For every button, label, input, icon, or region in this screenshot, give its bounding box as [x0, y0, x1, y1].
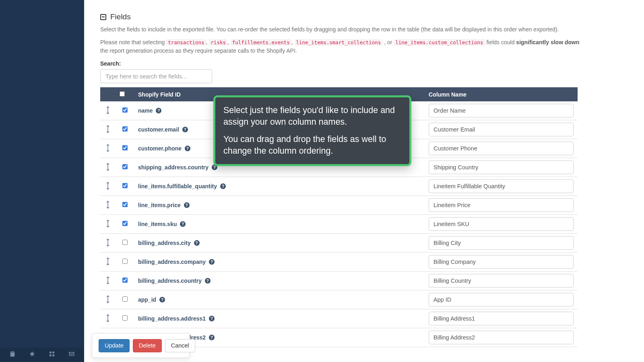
- grid-icon[interactable]: [49, 351, 55, 359]
- field-id: billing_address.country ?: [134, 272, 425, 290]
- warn-mid: fields could: [486, 39, 516, 45]
- row-checkbox[interactable]: [122, 164, 128, 169]
- warn-or: , or: [384, 39, 394, 45]
- drag-handle-icon[interactable]: [100, 215, 116, 234]
- row-checkbox[interactable]: [122, 315, 128, 321]
- field-id-text: line_items.fulfillable_quantity: [138, 183, 217, 189]
- column-name-input[interactable]: [429, 142, 574, 155]
- drag-handle-icon[interactable]: [100, 158, 116, 177]
- help-icon[interactable]: ?: [220, 183, 226, 189]
- field-id: line_items.fulfillable_quantity ?: [134, 177, 425, 196]
- code-custom-collections: line_items.custom_collections: [394, 39, 485, 46]
- help-icon[interactable]: ?: [209, 316, 215, 321]
- drag-handle-icon[interactable]: [100, 120, 116, 139]
- cancel-button[interactable]: Cancel: [165, 339, 195, 352]
- column-name-input[interactable]: [429, 198, 574, 212]
- field-id: billing_address.company ?: [134, 253, 425, 272]
- field-id: line_items.sku ?: [134, 215, 425, 234]
- help-icon[interactable]: ?: [209, 259, 215, 265]
- star-icon[interactable]: [29, 351, 35, 359]
- field-id-text: billing_address.city: [138, 240, 191, 246]
- field-id-text: billing_address.address1: [138, 315, 206, 322]
- tour-tooltip: Select just the fields you'd like to inc…: [213, 95, 411, 166]
- envelope-icon[interactable]: [68, 351, 75, 359]
- help-icon[interactable]: ?: [156, 108, 161, 113]
- row-checkbox[interactable]: [122, 259, 128, 264]
- tour-tooltip-p2: You can drag and drop the fields as well…: [223, 134, 401, 157]
- table-row: line_items.fulfillable_quantity ?: [100, 177, 578, 196]
- table-row: app_id ?: [100, 290, 578, 309]
- drag-handle-icon[interactable]: [100, 139, 116, 158]
- column-name-input[interactable]: [429, 331, 574, 344]
- help-icon[interactable]: ?: [182, 127, 188, 132]
- table-row: billing_address.city ?: [100, 234, 578, 253]
- help-icon[interactable]: ?: [159, 297, 165, 302]
- help-icon[interactable]: ?: [185, 146, 190, 151]
- help-icon[interactable]: ?: [184, 202, 190, 208]
- drag-handle-icon[interactable]: [100, 101, 116, 120]
- column-name-input[interactable]: [429, 217, 574, 231]
- fields-section-header[interactable]: Fields: [100, 12, 580, 21]
- left-sidebar: [0, 0, 84, 362]
- warn-strong: significantly slow down: [516, 39, 579, 45]
- field-id-text: billing_address.company: [138, 259, 206, 265]
- field-id: billing_address.address1 ?: [134, 309, 425, 328]
- row-checkbox[interactable]: [122, 202, 128, 207]
- table-row: billing_address.address1 ?: [100, 309, 578, 328]
- delete-button[interactable]: Delete: [133, 339, 162, 352]
- help-icon[interactable]: ?: [194, 240, 200, 246]
- row-checkbox[interactable]: [122, 278, 128, 283]
- help-icon[interactable]: ?: [209, 335, 215, 340]
- drag-handle-icon[interactable]: [100, 177, 116, 196]
- drag-handle-icon[interactable]: [100, 196, 116, 215]
- warn-pre: Please note that selecting: [100, 39, 166, 45]
- th-drag: [100, 87, 116, 101]
- row-checkbox[interactable]: [122, 183, 128, 188]
- row-checkbox[interactable]: [122, 145, 128, 150]
- select-all-checkbox[interactable]: [120, 91, 125, 97]
- field-id: line_items.price ?: [134, 196, 425, 215]
- collapse-icon[interactable]: [100, 14, 106, 20]
- th-select-all: [116, 87, 134, 101]
- shopping-bag-icon[interactable]: [9, 351, 16, 359]
- field-id-text: line_items.price: [138, 202, 181, 208]
- field-id-text: customer.email: [138, 126, 179, 133]
- drag-handle-icon[interactable]: [100, 234, 116, 253]
- column-name-input[interactable]: [429, 293, 574, 306]
- row-checkbox[interactable]: [122, 240, 128, 245]
- drag-handle-icon[interactable]: [100, 309, 116, 328]
- help-icon[interactable]: ?: [180, 221, 186, 227]
- row-checkbox[interactable]: [122, 107, 128, 113]
- code-risks: risks: [209, 39, 227, 46]
- field-id-text: customer.phone: [138, 145, 182, 152]
- column-name-input[interactable]: [429, 255, 574, 269]
- field-id-text: app_id: [138, 296, 156, 303]
- row-checkbox[interactable]: [122, 126, 128, 132]
- column-name-input[interactable]: [429, 104, 574, 117]
- column-name-input[interactable]: [429, 312, 574, 325]
- drag-handle-icon[interactable]: [100, 253, 116, 272]
- help-icon[interactable]: ?: [205, 278, 211, 284]
- column-name-input[interactable]: [429, 236, 574, 250]
- svg-rect-0: [50, 352, 52, 354]
- row-checkbox[interactable]: [122, 296, 128, 302]
- column-name-input[interactable]: [429, 274, 574, 288]
- search-label: Search:: [100, 60, 580, 67]
- search-input[interactable]: [100, 69, 212, 83]
- tour-tooltip-p1: Select just the fields you'd like to inc…: [223, 105, 401, 128]
- table-row: billing_address.country ?: [100, 272, 578, 290]
- field-id-text: billing_address.country: [138, 278, 202, 284]
- drag-handle-icon[interactable]: [100, 272, 116, 290]
- row-checkbox[interactable]: [122, 221, 128, 226]
- field-id-text: shipping_address.country: [138, 164, 208, 171]
- update-button[interactable]: Update: [99, 339, 130, 352]
- table-row: line_items.sku ?: [100, 215, 578, 234]
- column-name-input[interactable]: [429, 123, 574, 136]
- fields-title: Fields: [110, 12, 131, 21]
- drag-handle-icon[interactable]: [100, 290, 116, 309]
- code-transactions: transactions: [166, 39, 206, 46]
- field-id-text: line_items.sku: [138, 221, 177, 227]
- column-name-input[interactable]: [429, 160, 574, 174]
- field-id: app_id ?: [134, 290, 425, 309]
- column-name-input[interactable]: [429, 179, 574, 193]
